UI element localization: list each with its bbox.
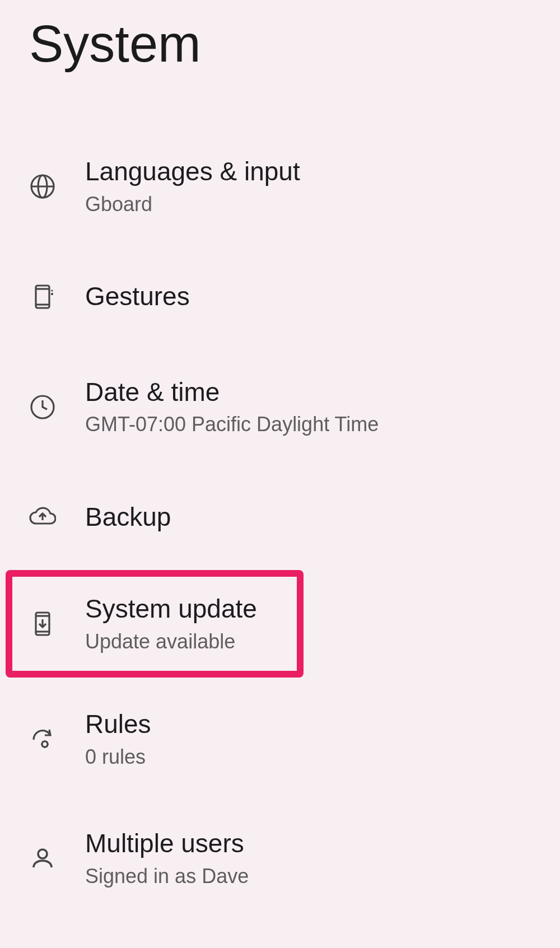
system-update-item[interactable]: System update Update available (12, 577, 297, 671)
item-subtitle: Gboard (85, 191, 300, 218)
person-icon (29, 845, 56, 872)
item-title: Date & time (85, 376, 379, 409)
globe-icon (29, 173, 56, 200)
rules-item[interactable]: Rules 0 rules (0, 692, 560, 786)
date-time-item[interactable]: Date & time GMT-07:00 Pacific Daylight T… (0, 360, 560, 454)
svg-point-13 (38, 849, 47, 858)
item-title: Multiple users (85, 827, 249, 861)
automation-icon (29, 726, 56, 753)
languages-input-item[interactable]: Languages & input Gboard (0, 139, 560, 234)
item-title: System update (85, 592, 257, 626)
item-title: Rules (85, 708, 151, 741)
item-title: Backup (85, 501, 171, 534)
page-title: System (0, 16, 560, 72)
item-subtitle: Update available (85, 628, 257, 656)
gestures-item[interactable]: Gestures (0, 259, 560, 335)
phone-sparkle-icon (29, 283, 56, 310)
item-title: Gestures (85, 280, 190, 314)
phone-download-icon (29, 610, 56, 637)
item-title: Languages & input (85, 155, 300, 189)
reset-options-item[interactable]: Reset options (0, 930, 560, 948)
clock-icon (29, 394, 56, 421)
multiple-users-item[interactable]: Multiple users Signed in as Dave (0, 811, 560, 905)
highlight-system-update: System update Update available (6, 570, 304, 678)
item-subtitle: Signed in as Dave (85, 863, 249, 890)
item-subtitle: 0 rules (85, 744, 151, 771)
item-subtitle: GMT-07:00 Pacific Daylight Time (85, 411, 379, 438)
backup-item[interactable]: Backup (0, 479, 560, 555)
settings-list: Languages & input Gboard Gestures (0, 139, 560, 948)
cloud-upload-icon (29, 503, 56, 530)
